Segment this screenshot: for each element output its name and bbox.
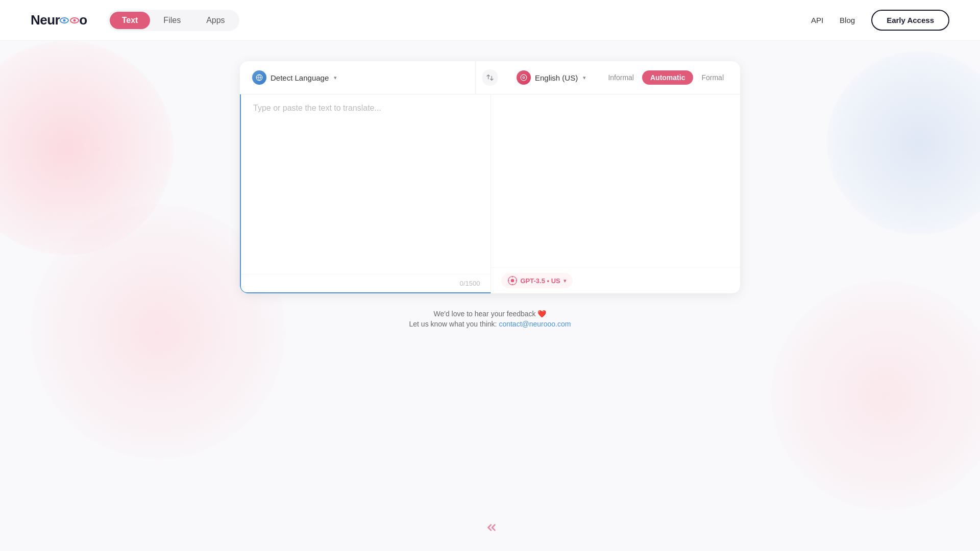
swap-languages-button[interactable] — [482, 69, 498, 86]
footer-contact-prefix: Let us know what you think: — [409, 320, 499, 328]
svg-point-2 — [521, 74, 527, 81]
footer-contact-link[interactable]: contact@neurooo.com — [499, 320, 571, 328]
target-pane: GPT-3.5 • US ▾ — [491, 94, 741, 293]
target-lang-left: English (US) ▾ — [517, 70, 586, 85]
logo-eye-pink — [70, 17, 79, 23]
navbar-left: Neur o Text Files Apps — [31, 10, 239, 31]
content-area: 0/1500 GPT-3.5 • US ▾ — [240, 94, 740, 293]
source-lang-label: Detect Language — [271, 73, 329, 82]
tab-files[interactable]: Files — [151, 12, 193, 29]
translation-panel: Detect Language ▾ — [240, 61, 740, 293]
nav-link-blog[interactable]: Blog — [840, 16, 855, 24]
navbar-right: API Blog Early Access — [811, 10, 949, 31]
main-content: Detect Language ▾ — [0, 41, 980, 328]
target-footer: GPT-3.5 • US ▾ — [491, 267, 741, 293]
target-lang-icon — [517, 70, 531, 85]
swap-area — [476, 69, 504, 86]
logo-eye-blue — [60, 17, 69, 23]
target-lang-label[interactable]: English (US) — [535, 73, 578, 82]
target-language-area: English (US) ▾ Informal Automatic Formal — [504, 61, 740, 94]
source-language-selector[interactable]: Detect Language ▾ — [240, 61, 476, 94]
early-access-button[interactable]: Early Access — [871, 10, 949, 31]
model-selector[interactable]: GPT-3.5 • US ▾ — [501, 273, 573, 288]
target-lang-chevron-icon: ▾ — [583, 74, 586, 81]
tone-informal[interactable]: Informal — [604, 71, 638, 84]
tab-apps[interactable]: Apps — [194, 12, 237, 29]
tone-options: Informal Automatic Formal — [604, 70, 728, 85]
footer-contact-text: Let us know what you think: contact@neur… — [409, 320, 571, 328]
model-icon — [507, 276, 518, 286]
char-count: 0/1500 — [460, 280, 480, 287]
nav-tabs: Text Files Apps — [108, 10, 239, 31]
source-lang-chevron-icon: ▾ — [334, 74, 337, 81]
model-chevron-icon: ▾ — [564, 278, 567, 284]
source-text-input[interactable] — [241, 94, 491, 274]
navbar: Neur o Text Files Apps API Blog Early Ac… — [0, 0, 980, 41]
svg-point-3 — [523, 77, 525, 79]
translation-top-bar: Detect Language ▾ — [240, 61, 740, 94]
translation-output — [491, 94, 741, 267]
footer-feedback-text: We'd love to hear your feedback ❤️ — [409, 310, 571, 318]
source-pane: 0/1500 — [240, 94, 491, 293]
tone-automatic[interactable]: Automatic — [642, 70, 693, 85]
source-footer: 0/1500 — [241, 274, 491, 292]
page-footer: We'd love to hear your feedback ❤️ Let u… — [409, 310, 571, 328]
logo[interactable]: Neur o — [31, 12, 87, 28]
tab-text[interactable]: Text — [110, 12, 151, 29]
scroll-down-indicator[interactable] — [482, 521, 498, 534]
model-name-label: GPT-3.5 • US — [521, 277, 560, 285]
svg-point-5 — [510, 279, 514, 283]
logo-text: Neur o — [31, 12, 87, 28]
nav-link-api[interactable]: API — [811, 16, 823, 24]
tone-formal[interactable]: Formal — [697, 71, 728, 84]
source-lang-icon — [252, 70, 266, 85]
